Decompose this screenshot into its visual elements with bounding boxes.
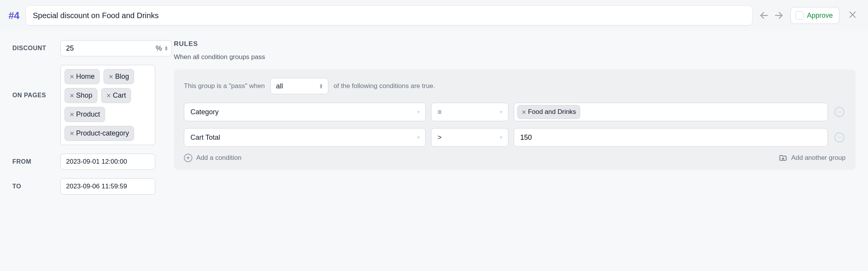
add-condition-button[interactable]: + Add a condition: [184, 154, 241, 162]
page-tag-cart[interactable]: ✕Cart: [101, 88, 131, 103]
approve-label: Approve: [807, 12, 833, 20]
remove-tag-icon[interactable]: ✕: [521, 109, 527, 115]
plus-circle-icon: +: [184, 154, 192, 162]
condition-field-select[interactable]: Category ▼: [184, 103, 426, 121]
close-icon[interactable]: [846, 8, 860, 24]
condition-op-select[interactable]: > ▼: [431, 128, 508, 147]
remove-tag-icon[interactable]: ✕: [70, 74, 75, 80]
approve-checkbox-icon: [795, 11, 804, 20]
condition-value-box[interactable]: ✕ Food and Drinks: [514, 103, 828, 121]
condition-field-select[interactable]: Cart Total ▼: [184, 128, 426, 147]
remove-tag-icon[interactable]: ✕: [109, 74, 114, 80]
to-input[interactable]: [60, 178, 155, 195]
from-label: FROM: [12, 158, 54, 165]
condition-value-input[interactable]: [517, 134, 824, 142]
approve-button[interactable]: Approve: [790, 7, 839, 24]
page-tag-product-category[interactable]: ✕Product-category: [65, 126, 134, 141]
record-id: #4: [8, 10, 19, 22]
page-tag-home[interactable]: ✕Home: [65, 69, 100, 84]
discount-stepper[interactable]: ▲▼: [164, 46, 168, 51]
from-input[interactable]: [60, 154, 155, 170]
triangle-down-icon: ▼: [499, 135, 503, 140]
condition-value-box[interactable]: [514, 128, 828, 147]
rules-subtitle: When all condition groups pass: [174, 53, 856, 61]
discount-input[interactable]: [66, 44, 156, 53]
pages-tagbox[interactable]: ✕Home ✕Blog ✕Shop ✕Cart ✕Product ✕Produc…: [60, 65, 155, 145]
remove-condition-icon[interactable]: −: [834, 107, 844, 117]
discount-label: DISCOUNT: [12, 45, 54, 52]
page-tag-blog[interactable]: ✕Blog: [104, 69, 134, 84]
title-input[interactable]: [25, 5, 752, 25]
remove-condition-icon[interactable]: −: [834, 132, 844, 142]
rules-title: RULES: [174, 40, 856, 48]
discount-unit: %: [156, 44, 162, 53]
remove-tag-icon[interactable]: ✕: [70, 112, 75, 117]
next-arrow-icon[interactable]: [773, 10, 784, 21]
page-tag-shop[interactable]: ✕Shop: [65, 88, 97, 103]
remove-tag-icon[interactable]: ✕: [106, 93, 111, 98]
condition-row: Cart Total ▼ > ▼ −: [184, 128, 846, 147]
page-tag-product[interactable]: ✕Product: [65, 107, 105, 122]
triangle-down-icon: ▼: [416, 135, 421, 140]
triangle-down-icon: ▼: [416, 110, 421, 114]
remove-tag-icon[interactable]: ✕: [70, 93, 75, 98]
triangle-down-icon: ▼: [499, 110, 503, 114]
add-group-button[interactable]: Add another group: [779, 154, 846, 162]
folder-plus-icon: [779, 154, 787, 162]
prev-arrow-icon[interactable]: [759, 10, 769, 21]
remove-tag-icon[interactable]: ✕: [70, 130, 75, 136]
value-tag[interactable]: ✕ Food and Drinks: [517, 105, 581, 119]
group-mode-select[interactable]: all ▲▼: [270, 78, 328, 94]
discount-field[interactable]: % ▲▼: [60, 40, 172, 56]
pages-label: ON PAGES: [12, 65, 54, 99]
condition-group: This group is a "pass" when all ▲▼ of th…: [174, 69, 856, 170]
condition-op-select[interactable]: = ▼: [431, 103, 508, 121]
group-suffix-text: of the following conditions are true.: [334, 82, 435, 90]
condition-row: Category ▼ = ▼ ✕ Food and Drinks −: [184, 103, 846, 121]
chevron-updown-icon: ▲▼: [319, 83, 323, 88]
to-label: TO: [12, 183, 54, 190]
group-prefix-text: This group is a "pass" when: [184, 82, 265, 90]
